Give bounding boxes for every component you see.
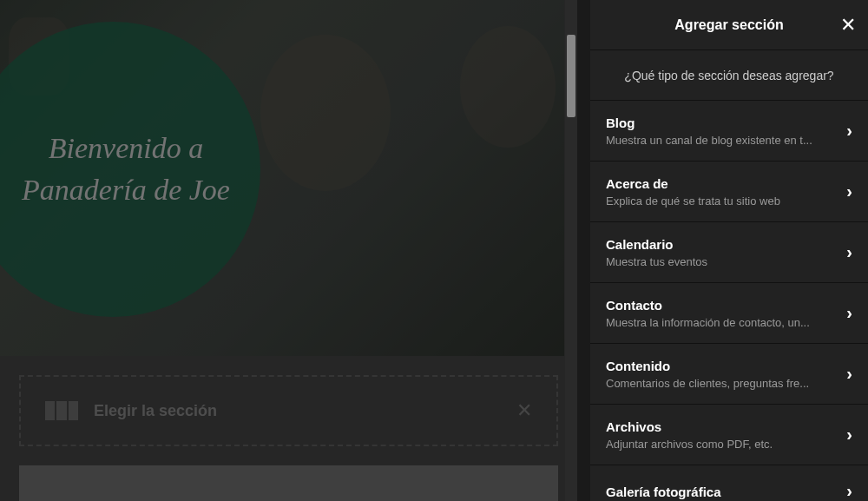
list-item-desc: Muestra tus eventos	[606, 255, 838, 268]
section-columns-icon	[45, 401, 78, 420]
chevron-right-icon: ›	[846, 121, 852, 141]
hero-text-line1: Bienvenido a	[22, 128, 230, 169]
chevron-right-icon: ›	[846, 181, 852, 201]
list-item-title: Galería fotográfica	[606, 485, 838, 499]
list-item-text: Acerca de Explica de qué se trata tu sit…	[606, 176, 838, 208]
list-item-text: Blog Muestra un canal de blog existente …	[606, 115, 838, 147]
chevron-right-icon: ›	[846, 242, 852, 262]
list-item-title: Contenido	[606, 359, 838, 373]
list-item-title: Blog	[606, 115, 838, 130]
section-type-content[interactable]: Contenido Comentarios de clientes, pregu…	[590, 344, 868, 405]
choose-section-placeholder[interactable]: Elegir la sección ✕	[19, 375, 558, 446]
hero-text-line2: Panadería de Joe	[22, 169, 230, 211]
section-type-about[interactable]: Acerca de Explica de qué se trata tu sit…	[590, 162, 868, 222]
list-item-text: Contacto Muestra la información de conta…	[606, 298, 838, 329]
list-item-desc: Explica de qué se trata tu sitio web	[606, 194, 838, 208]
list-item-desc: Adjuntar archivos como PDF, etc.	[606, 438, 838, 451]
editor-canvas: Bienvenido a Panadería de Joe Elegir la …	[0, 0, 577, 501]
list-item-text: Calendario Muestra tus eventos	[606, 237, 838, 268]
list-item-text: Archivos Adjuntar archivos como PDF, etc…	[606, 419, 838, 451]
hero-section[interactable]: Bienvenido a Panadería de Joe	[0, 0, 564, 356]
hero-welcome-text: Bienvenido a Panadería de Joe	[0, 128, 230, 210]
chevron-right-icon: ›	[846, 303, 852, 323]
next-section-strip	[19, 465, 558, 501]
section-type-calendar[interactable]: Calendario Muestra tus eventos ›	[590, 222, 868, 283]
section-type-list: Blog Muestra un canal de blog existente …	[590, 101, 868, 501]
add-section-panel: Agregar sección ✕ ¿Qué tipo de sección d…	[590, 0, 868, 501]
list-item-desc: Muestra un canal de blog existente en t.…	[606, 134, 838, 147]
list-item-title: Calendario	[606, 237, 838, 252]
list-item-title: Archivos	[606, 419, 838, 434]
canvas-scrollbar-track[interactable]	[565, 0, 577, 501]
list-item-text: Contenido Comentarios de clientes, pregu…	[606, 359, 838, 390]
close-icon[interactable]: ✕	[516, 399, 532, 422]
list-item-title: Acerca de	[606, 176, 838, 191]
chevron-right-icon: ›	[846, 364, 852, 384]
chevron-right-icon: ›	[846, 481, 852, 501]
list-item-desc: Muestra la información de contacto, un..…	[606, 316, 838, 329]
chevron-right-icon: ›	[846, 425, 852, 445]
section-type-blog[interactable]: Blog Muestra un canal de blog existente …	[590, 101, 868, 162]
list-item-title: Contacto	[606, 298, 838, 313]
panel-subtitle: ¿Qué tipo de sección deseas agregar?	[590, 50, 868, 101]
section-type-files[interactable]: Archivos Adjuntar archivos como PDF, etc…	[590, 405, 868, 465]
list-item-desc: Comentarios de clientes, preguntas fre..…	[606, 377, 838, 390]
section-type-contact[interactable]: Contacto Muestra la información de conta…	[590, 283, 868, 344]
close-panel-button[interactable]: ✕	[840, 14, 856, 36]
canvas-scrollbar-thumb[interactable]	[567, 35, 575, 117]
panel-title: Agregar sección	[674, 17, 783, 33]
list-item-text: Galería fotográfica	[606, 485, 838, 501]
section-type-gallery[interactable]: Galería fotográfica ›	[590, 465, 868, 501]
choose-section-left: Elegir la sección	[45, 401, 217, 420]
panel-header: Agregar sección ✕	[590, 0, 868, 50]
choose-section-label: Elegir la sección	[94, 402, 217, 420]
